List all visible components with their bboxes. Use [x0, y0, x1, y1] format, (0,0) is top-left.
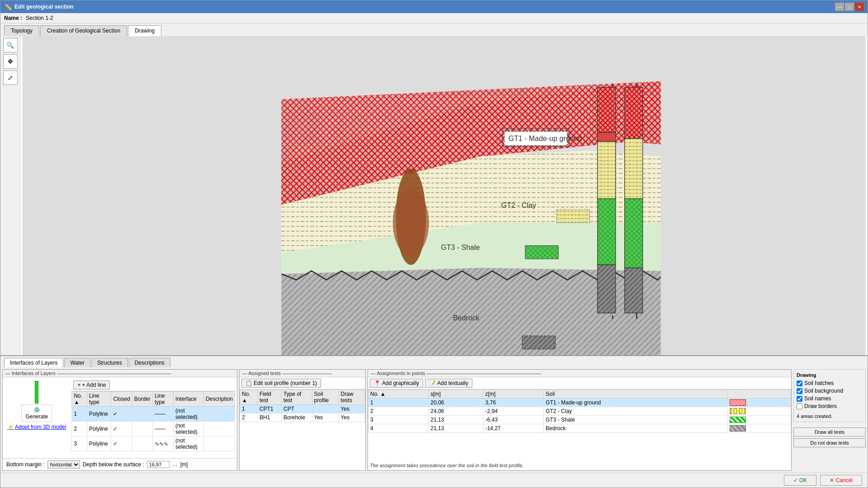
assignments-title: — Assignments in points ————————————————… — [368, 370, 791, 377]
row-linetype: Polyline — [87, 407, 111, 422]
draw-borders-row: Draw borders — [797, 403, 863, 409]
drawing-options: Drawing Soil hatches Soil background Soi… — [793, 369, 866, 422]
add-graphically-button[interactable]: 📍 Add graphically — [370, 379, 423, 388]
row-field-test: CPT1 — [258, 405, 282, 413]
draw-all-tests-button[interactable]: Draw all tests — [793, 427, 866, 436]
assigned-tests-toolbar: 📋 Edit soil profile (number 1) — [240, 377, 365, 389]
table-row[interactable]: 1 CPT1 CPT Yes — [240, 405, 365, 413]
soil-hatches-checkbox[interactable] — [797, 380, 802, 386]
svg-text:Bedrock: Bedrock — [453, 314, 480, 322]
fit-tool-button[interactable]: ⤢ — [3, 70, 18, 85]
close-button[interactable]: ✕ — [855, 3, 864, 11]
row-linestyle: —— — [152, 407, 173, 422]
col-linetype: Line type — [87, 392, 111, 407]
row-linetype: Polyline — [87, 436, 111, 451]
row-no: 4 — [368, 424, 429, 433]
bottom-content: — Interfaces of Layers —————————————————… — [0, 367, 868, 473]
generate-section: ⚙️ Generate ⚡ Adopt from 3D model — [5, 379, 69, 433]
col-no: No. ▲ — [72, 392, 87, 407]
add-textually-button[interactable]: 📝 Add textually — [425, 379, 472, 388]
assigned-tests-table: No. ▲ Field test Type of test Soil profi… — [240, 389, 365, 422]
soil-names-checkbox[interactable] — [797, 396, 802, 402]
tab-structures[interactable]: Structures — [91, 358, 128, 367]
ap-col-no: No. ▲ — [368, 390, 429, 399]
row-type: Borehole — [282, 413, 312, 422]
row-soil-profile — [312, 405, 339, 413]
footer: ✓ OK ✕ Cancel — [0, 473, 868, 488]
row-field-test: BH1 — [258, 413, 282, 422]
text-icon: 📝 — [429, 380, 436, 386]
toolbar-left: 🔍 ✥ ⤢ — [0, 36, 20, 355]
row-no: 1 — [240, 405, 258, 413]
table-row[interactable]: 3 Polyline ✓ ∿∿∿ (not selected) — [72, 436, 235, 451]
zoom-tool-button[interactable]: 🔍 — [3, 38, 18, 52]
areas-created: 4 areas created. — [797, 413, 863, 419]
svg-point-26 — [393, 190, 429, 256]
minimize-button[interactable]: — — [835, 3, 844, 11]
soil-background-label: Soil background — [804, 388, 843, 394]
interfaces-panel: — Interfaces of Layers —————————————————… — [2, 369, 237, 471]
depth-unit: [m] — [180, 461, 188, 468]
row-z: -6,43 — [483, 416, 544, 424]
assignments-panel: — Assignments in points ————————————————… — [368, 369, 792, 471]
bottom-margin-select[interactable]: horizontal — [47, 460, 80, 469]
adopt-from-3d-button[interactable]: ⚡ Adopt from 3D model — [6, 423, 67, 431]
row-border — [132, 407, 152, 422]
soil-background-checkbox[interactable] — [797, 388, 802, 394]
draw-borders-checkbox[interactable] — [797, 404, 802, 409]
at-col-field: Field test — [258, 390, 282, 405]
table-row[interactable]: 2 BH1 Borehole Yes Yes — [240, 413, 365, 422]
main-tabs: Topology Creation of Geological Section … — [0, 23, 868, 36]
ok-button[interactable]: ✓ OK — [784, 475, 817, 486]
row-no: 1 — [72, 407, 87, 422]
tab-water[interactable]: Water — [64, 358, 90, 367]
at-col-no: No. ▲ — [240, 390, 258, 405]
table-row[interactable]: 2 Polyline ✓ —— (not selected) — [72, 422, 235, 436]
graph-icon: 📍 — [374, 380, 381, 386]
do-not-draw-tests-button[interactable]: Do not draw tests — [793, 438, 866, 447]
svg-text:GT1 - Made-up ground: GT1 - Made-up ground — [509, 135, 582, 142]
ap-col-s: s[m] — [429, 390, 483, 399]
row-closed: ✓ — [111, 407, 132, 422]
table-row[interactable]: 3 21,13 -6,43 GT3 - Shale — [368, 416, 791, 424]
svg-rect-35 — [625, 138, 643, 198]
edit-soil-profile-button[interactable]: 📋 Edit soil profile (number 1) — [241, 379, 321, 388]
table-row[interactable]: 4 21,13 -14,27 Bedrock — [368, 424, 791, 433]
add-line-button[interactable]: + + Add line — [73, 380, 110, 389]
row-draw-tests: Yes — [339, 413, 365, 422]
row-description — [203, 422, 235, 436]
table-row[interactable]: 1 Polyline ✓ —— (not selected) — [72, 407, 235, 422]
window-title: Edit geological section — [14, 4, 74, 10]
row-interface: (not selected) — [174, 422, 204, 436]
pan-tool-button[interactable]: ✥ — [3, 54, 18, 69]
generate-button[interactable]: ⚙️ Generate — [21, 404, 52, 422]
svg-rect-31 — [598, 141, 616, 199]
tab-interfaces[interactable]: Interfaces of Layers — [4, 358, 63, 367]
row-swatch — [728, 416, 791, 424]
tab-descriptions[interactable]: Descriptions — [129, 358, 170, 367]
depth-input[interactable] — [147, 461, 170, 468]
generate-icon: ⚙️ — [33, 407, 40, 413]
soil-names-label: Soil names — [804, 395, 831, 402]
row-border — [132, 436, 152, 451]
soil-hatches-label: Soil hatches — [804, 380, 834, 386]
table-row[interactable]: 2 24,06 -2,94 GT2 - Clay — [368, 407, 791, 416]
col-linestyle: Line type — [152, 392, 173, 407]
table-row[interactable]: 1 20,06 3,76 GT1 - Made-up ground — [368, 399, 791, 407]
maximize-button[interactable]: □ — [845, 3, 854, 11]
tab-topology[interactable]: Topology — [4, 25, 39, 36]
tab-drawing[interactable]: Drawing — [128, 25, 161, 36]
svg-text:GT2 - Clay: GT2 - Clay — [501, 202, 536, 209]
row-no: 2 — [72, 422, 87, 436]
draw-buttons: Draw all tests Do not draw tests — [793, 427, 866, 447]
tab-geological-section[interactable]: Creation of Geological Section — [40, 25, 127, 36]
row-no: 1 — [368, 399, 429, 407]
interfaces-panel-title: — Interfaces of Layers —————————————————… — [3, 370, 237, 377]
row-description — [203, 436, 235, 451]
row-no: 2 — [368, 407, 429, 416]
row-swatch — [728, 407, 791, 416]
row-soil-profile: Yes — [312, 413, 339, 422]
depth-label: Depth below the surface : — [83, 461, 144, 468]
col-description: Description — [203, 392, 235, 407]
cancel-button[interactable]: ✕ Cancel — [820, 475, 862, 486]
